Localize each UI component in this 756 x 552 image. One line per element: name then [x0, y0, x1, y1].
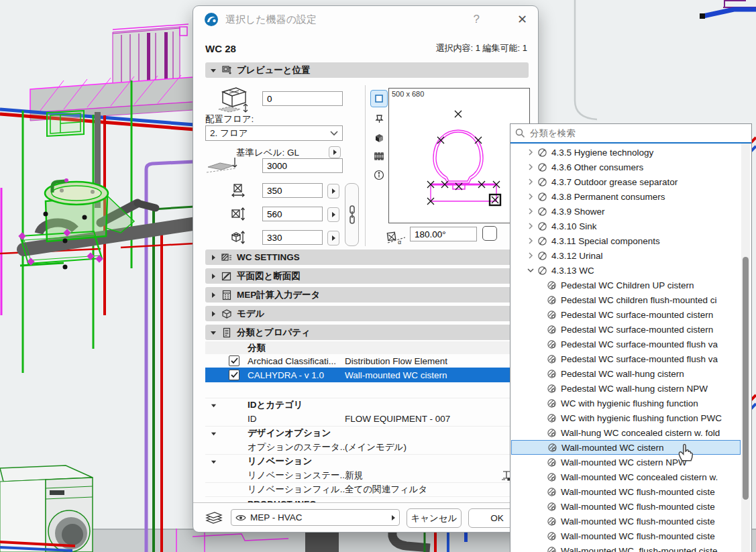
- symbol-2d-button[interactable]: [370, 90, 388, 107]
- tree-label: Pedestal WC surface-mounted flush va: [561, 339, 718, 349]
- tree-label: Wall-mounted WC concealed cistern w.: [561, 472, 718, 482]
- offset-to-story-field[interactable]: [262, 91, 343, 106]
- classification-system: CALHYDRA - v 1.0: [248, 370, 341, 380]
- tree-group-row[interactable]: 4.3.5 Hygiene technology: [511, 145, 741, 160]
- mirror-checkbox[interactable]: [482, 226, 497, 241]
- tree-item-row[interactable]: Pedestal WC children flush-mounted ci: [511, 292, 741, 307]
- section-モデル[interactable]: モデル: [205, 306, 529, 321]
- chain-link-button[interactable]: [345, 183, 359, 246]
- property-group-header[interactable]: リノベーション: [205, 454, 529, 468]
- base-level-field[interactable]: [262, 158, 343, 173]
- collapse-arrow-icon: [210, 254, 217, 261]
- classification-item-icon: [547, 339, 557, 349]
- section-wc-settings[interactable]: WC SETTINGS: [205, 250, 529, 265]
- tree-group-row[interactable]: 4.3.8 Permanent consumers: [511, 189, 741, 204]
- base-level-flyout-button[interactable]: [329, 146, 341, 158]
- tree-item-row[interactable]: Pedestal WC surface-mounted cistern: [511, 322, 741, 337]
- chevron-right-icon: [527, 164, 534, 170]
- depth-field[interactable]: [262, 207, 323, 221]
- tree-group-row[interactable]: 4.3.11 Special components: [511, 233, 741, 248]
- equipment-settings-dialog: 選択した機器の設定 ? ✕ WC 28 選択内容: 1 編集可能: 1 プレビュ…: [193, 5, 539, 533]
- home-story-icon: [216, 85, 251, 115]
- tree-item-row[interactable]: Wall-mounted WC. flush-mounted ciste: [511, 543, 741, 552]
- tree-item-row[interactable]: WC with hygienic flushing function PWC: [511, 410, 741, 425]
- classification-value: Wall-mounted WC cistern: [345, 370, 515, 380]
- classification-row[interactable]: Archicad Classificati...Distribution Flo…: [205, 354, 529, 368]
- help-icon[interactable]: ?: [473, 13, 479, 26]
- depth-flyout-button[interactable]: [327, 207, 339, 222]
- classification-system: Archicad Classificati...: [248, 356, 341, 366]
- classification-item-icon: [547, 369, 557, 379]
- close-icon[interactable]: ✕: [517, 12, 527, 27]
- tree-item-row[interactable]: Wall-mounted WC flush-mounted ciste: [511, 514, 741, 529]
- tree-item-row[interactable]: Wall-mounted WC flush-mounted ciste: [511, 484, 741, 499]
- preview-position-icon: [221, 65, 232, 76]
- info-button[interactable]: [370, 166, 388, 184]
- width-field[interactable]: [262, 183, 323, 198]
- layer-select[interactable]: MEP - HVAC: [231, 509, 400, 526]
- tree-item-row[interactable]: Wall-hung WC concealed cistern w. fold: [511, 425, 741, 440]
- height-field[interactable]: [262, 230, 323, 245]
- view-3d-button[interactable]: [370, 129, 388, 146]
- classification-checkbox[interactable]: [229, 370, 239, 380]
- tree-group-row[interactable]: 4.3.12 Urinal: [511, 248, 741, 263]
- tree-group-row[interactable]: 4.3.7 Outdoor grease separator: [511, 174, 741, 189]
- section-分類とプロパティ[interactable]: 分類とプロパティ: [205, 325, 529, 340]
- symbol-preview[interactable]: 500 x 680: [388, 88, 530, 223]
- classification-search-input[interactable]: [529, 127, 751, 139]
- tree-label: Wall-mounted WC flush-mounted ciste: [561, 516, 715, 527]
- tree-item-row[interactable]: WC with hygienic flushing function: [511, 396, 741, 410]
- tree-item-row[interactable]: Pedestal WC surface-mounted cistern: [511, 307, 741, 322]
- section-label: 分類とプロパティ: [237, 327, 311, 339]
- home-story-select[interactable]: 2. フロア: [205, 125, 343, 141]
- property-row[interactable]: リノベーションステー...新規: [205, 468, 529, 483]
- classification-group-icon: [537, 221, 547, 231]
- section-preview-position[interactable]: プレビューと位置: [205, 62, 529, 78]
- tree-group-row[interactable]: 4.3.13 WC: [511, 263, 741, 278]
- property-group-header[interactable]: PRODUCT INFO: [205, 496, 529, 502]
- classification-group-icon: [537, 148, 547, 158]
- property-value: 新規: [345, 470, 500, 482]
- cancel-button[interactable]: キャンセル: [407, 508, 462, 528]
- section-label: 平面図と断面図: [237, 270, 301, 282]
- tree-item-row[interactable]: Pedestal WC surface-mounted flush va: [511, 351, 741, 366]
- tree-label: Pedestal WC wall-hung cistern NPW: [561, 384, 708, 394]
- classification-row[interactable]: CALHYDRA - v 1.0Wall-mounted WC cistern: [205, 368, 529, 382]
- tree-item-row[interactable]: Pedestal WC surface-mounted flush va: [511, 337, 741, 351]
- tree-group-row[interactable]: 4.3.6 Other consumers: [511, 160, 741, 174]
- front-view-button[interactable]: [370, 110, 388, 127]
- tree-item-row[interactable]: Wall-mounted WC flush-mounted ciste: [511, 499, 741, 514]
- tree-item-row[interactable]: Pedestal WC wall-hung cistern NPW: [511, 381, 741, 396]
- section-平面図と断面図[interactable]: 平面図と断面図: [205, 268, 529, 284]
- tree-item-row[interactable]: Wall-mounted WC cistern: [511, 440, 741, 455]
- classification-checkbox[interactable]: [229, 355, 239, 366]
- rotation-angle-field[interactable]: [410, 227, 477, 241]
- tree-group-row[interactable]: 4.3.10 Sink: [511, 219, 741, 233]
- width-flyout-button[interactable]: [327, 184, 339, 199]
- property-group-header[interactable]: デザインオプション: [205, 426, 529, 440]
- classification-group-icon: [537, 266, 547, 276]
- tree-item-row[interactable]: Wall-mounted WC cistern NPW: [511, 455, 741, 470]
- property-row[interactable]: オプションのステータ...(メインモデル): [205, 440, 529, 455]
- mep-calc-icon: [221, 290, 232, 300]
- tree-item-row[interactable]: Pedestal WC Children UP cistern: [511, 278, 741, 292]
- tree-item-row[interactable]: Pedestal WC wall-hung cistern: [511, 366, 741, 381]
- tree-item-row[interactable]: Wall-mounted WC concealed cistern w.: [511, 470, 741, 484]
- popup-scrollbar-thumb[interactable]: [743, 257, 749, 500]
- dialog-titlebar[interactable]: 選択した機器の設定 ? ✕: [193, 6, 538, 33]
- property-group-header[interactable]: IDとカテゴリ: [205, 398, 529, 412]
- tree-label: 4.3.12 Urinal: [551, 251, 603, 261]
- section-mep計算入力データ[interactable]: MEP計算入力データ: [205, 287, 529, 302]
- property-group-title: IDとカテゴリ: [248, 399, 303, 411]
- height-flyout-button[interactable]: [327, 231, 339, 245]
- tree-item-row[interactable]: Wall-mounted WC flush-mounted ciste: [511, 529, 741, 543]
- elevation-view-button[interactable]: [370, 148, 388, 165]
- classification-group-icon: [537, 192, 547, 202]
- tree-label: 4.3.6 Other consumers: [551, 162, 643, 172]
- tree-label: Pedestal WC surface-mounted flush va: [561, 354, 718, 364]
- popup-scrollbar[interactable]: [741, 144, 750, 552]
- property-row[interactable]: リノベーションフィル...全ての関連フィルタ: [205, 482, 529, 497]
- tree-group-row[interactable]: 4.3.9 Shower: [511, 204, 741, 219]
- tree-label: Wall-mounted WC cistern: [561, 443, 664, 453]
- property-row[interactable]: IDFLOW EQUIPMENT - 007: [205, 412, 529, 427]
